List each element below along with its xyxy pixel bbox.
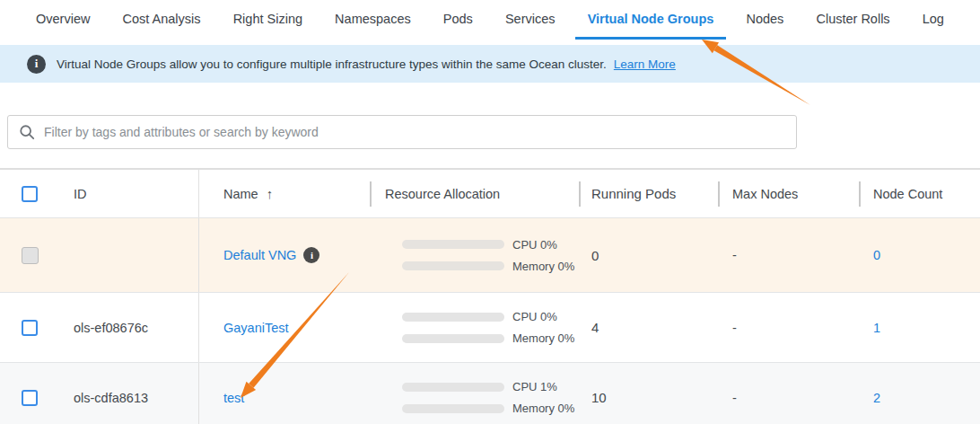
- sort-asc-icon[interactable]: ↑: [267, 186, 274, 201]
- test-vng-link[interactable]: test: [223, 391, 244, 405]
- vng-id: [56, 218, 199, 292]
- banner-text: Virtual Node Groups allow you to configu…: [57, 57, 607, 71]
- search-input[interactable]: [44, 125, 785, 139]
- vng-id: ols-cdfa8613: [56, 363, 199, 424]
- column-header-max-nodes: Max Nodes: [718, 170, 859, 217]
- default-vng-info-icon[interactable]: i: [303, 247, 319, 263]
- memory-usage-label: Memory 0%: [512, 331, 574, 345]
- running-pods-value: 10: [579, 363, 718, 424]
- vng-table-header: ID Name ↑ Resource Allocation Running Po…: [0, 170, 980, 218]
- cluster-tab-bar: Overview Cost Analysis Right Sizing Name…: [0, 0, 980, 40]
- cpu-usage-label: CPU 0%: [512, 238, 557, 252]
- running-pods-value: 0: [579, 218, 718, 292]
- tab-namespaces[interactable]: Namespaces: [322, 0, 424, 40]
- max-nodes-value: -: [718, 363, 859, 424]
- column-header-name[interactable]: Name ↑: [199, 170, 370, 217]
- max-nodes-value: -: [718, 293, 859, 362]
- memory-usage-bar: [402, 261, 504, 270]
- info-icon: i: [27, 55, 46, 74]
- tab-cost-analysis[interactable]: Cost Analysis: [110, 0, 214, 40]
- tab-services[interactable]: Services: [493, 0, 568, 40]
- tab-pods[interactable]: Pods: [431, 0, 486, 40]
- tab-right-sizing[interactable]: Right Sizing: [221, 0, 315, 40]
- vng-name-link[interactable]: Default VNG: [223, 248, 296, 262]
- row-checkbox[interactable]: [22, 390, 38, 406]
- table-row-gayanitest[interactable]: ols-ef08676c GayaniTest CPU 0% Memory 0%…: [0, 293, 980, 363]
- learn-more-link[interactable]: Learn More: [614, 57, 676, 71]
- filter-search-box[interactable]: [7, 115, 797, 149]
- tab-log[interactable]: Log: [910, 0, 957, 40]
- column-header-running-pods: Running Pods: [579, 170, 718, 217]
- tab-cluster-rolls[interactable]: Cluster Rolls: [803, 0, 902, 40]
- memory-usage-label: Memory 0%: [512, 260, 574, 273]
- running-pods-value: 4: [579, 293, 718, 362]
- tab-overview[interactable]: Overview: [23, 0, 102, 40]
- table-row-default-vng[interactable]: Default VNG i CPU 0% Memory 0% 0 - 0: [0, 218, 980, 293]
- table-row-test[interactable]: ols-cdfa8613 test CPU 1% Memory 0% 10 -: [0, 363, 980, 424]
- select-all-checkbox[interactable]: [22, 186, 38, 202]
- node-count-link[interactable]: 0: [873, 248, 880, 262]
- row-checkbox: [22, 247, 39, 264]
- info-banner: i Virtual Node Groups allow you to confi…: [0, 45, 980, 83]
- cpu-usage-label: CPU 1%: [512, 380, 557, 393]
- memory-usage-bar: [402, 334, 504, 343]
- column-header-node-count: Node Count: [859, 170, 980, 217]
- vng-name-link[interactable]: GayaniTest: [223, 321, 289, 335]
- cpu-usage-bar: [402, 240, 504, 249]
- memory-usage-label: Memory 0%: [512, 402, 574, 415]
- max-nodes-value: -: [718, 218, 859, 292]
- node-count-link[interactable]: 1: [873, 321, 880, 335]
- node-count-link[interactable]: 2: [873, 391, 880, 405]
- ocean-cluster-page: Overview Cost Analysis Right Sizing Name…: [0, 0, 980, 424]
- cpu-usage-label: CPU 0%: [512, 310, 557, 323]
- column-header-id: ID: [56, 170, 199, 217]
- column-header-resource-allocation: Resource Allocation: [370, 170, 579, 217]
- vng-table: ID Name ↑ Resource Allocation Running Po…: [0, 168, 980, 424]
- search-icon: [19, 124, 35, 140]
- cpu-usage-bar: [402, 383, 504, 392]
- row-checkbox[interactable]: [22, 320, 38, 336]
- cpu-usage-bar: [402, 313, 504, 322]
- vng-id: ols-ef08676c: [56, 293, 199, 362]
- tab-virtual-node-groups[interactable]: Virtual Node Groups: [575, 0, 727, 40]
- memory-usage-bar: [402, 404, 504, 413]
- tab-nodes[interactable]: Nodes: [733, 0, 796, 40]
